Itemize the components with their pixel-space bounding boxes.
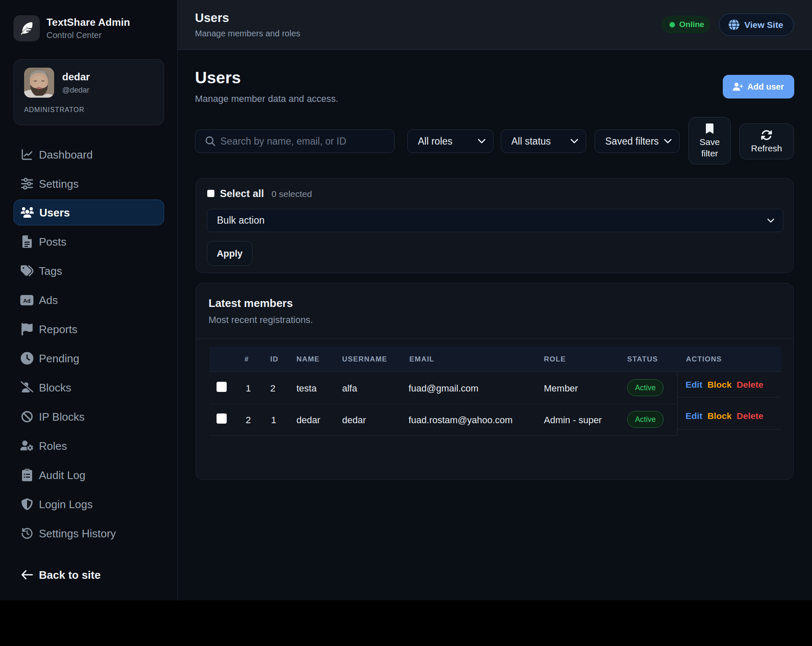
svg-text:Ad: Ad — [23, 297, 30, 304]
